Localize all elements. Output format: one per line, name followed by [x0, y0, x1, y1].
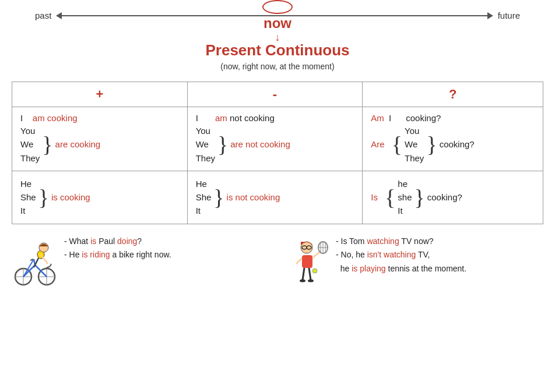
tom-question: - Is Tom watching TV now? [336, 235, 466, 249]
tom-a-is-playing: is playing [352, 264, 385, 273]
svg-point-24 [300, 279, 305, 282]
q1-bracket-group: Are { You We They } cooking? [371, 124, 535, 165]
q1-bracket-aux: Are [371, 139, 384, 149]
paul-character [12, 235, 58, 281]
neg1-word-we: We [196, 137, 215, 151]
q1-pronoun: I [389, 113, 391, 123]
tom-character [283, 235, 330, 281]
now-label: now [264, 16, 291, 30]
q2-bracket-verb: cooking? [427, 192, 462, 202]
pos1-action: cooking [47, 113, 78, 123]
svg-line-22 [303, 268, 304, 280]
neg1-action: cooking [244, 113, 275, 123]
q1-word-you: You [405, 124, 424, 137]
tom-text: - Is Tom watching TV now? - No, he isn't… [336, 235, 466, 276]
svg-rect-17 [302, 255, 312, 268]
svg-line-11 [50, 264, 51, 266]
timeline-row: past future now ↓ [35, 10, 520, 20]
down-arrow-icon: ↓ [275, 31, 280, 44]
pos2-word-it: It [20, 204, 36, 217]
title: Present Continuous [205, 41, 349, 59]
neg1-bracket-group: You We They } are not cooking [196, 124, 354, 165]
past-label: past [35, 10, 51, 20]
bottom-left: - What is Paul doing? - He is riding a b… [12, 235, 272, 281]
neg1-bracket-words: You We They [196, 124, 215, 165]
neg2-word-he: He [196, 177, 212, 190]
q2-brace-right: } [415, 186, 425, 209]
paul-a-riding: riding [90, 250, 110, 259]
pos1-pronoun: I [20, 113, 33, 123]
now-oval [262, 0, 293, 14]
future-label: future [498, 10, 520, 20]
header-question: ? [363, 82, 543, 107]
pos1-bracket-verb: are cooking [55, 139, 101, 149]
table-row-1: I am cooking You We They } are cooking [12, 107, 543, 171]
table-header-row: + - ? [12, 82, 543, 107]
pos1-word-you: You [20, 124, 40, 137]
paul-question: - What is Paul doing? [64, 235, 171, 249]
paul-q-is: is [90, 236, 96, 246]
paul-answer: - He is riding a bike right now. [64, 248, 171, 262]
q2-bracket-aux: Is [371, 192, 378, 202]
neg1-pronoun: I [196, 113, 215, 123]
bottom-right: - Is Tom watching TV now? - No, he isn't… [283, 235, 543, 281]
svg-line-7 [35, 265, 47, 277]
paul-a-is: is [82, 250, 87, 259]
q2-word-he: he [398, 177, 412, 190]
neg1-word-you: You [196, 124, 215, 137]
neg2-bracket-words: He She It [196, 177, 212, 218]
svg-line-33 [296, 258, 302, 264]
q1-line1: Am I cooking? [371, 113, 535, 123]
neg2-bracket-verb: is not cooking [227, 192, 280, 202]
q2-word-she: she [398, 190, 412, 204]
tom-q-watching: watching [367, 236, 399, 246]
q1-aux: Am [371, 113, 384, 123]
positive-1-bracket-group: You We They } are cooking [20, 124, 179, 165]
q2-bracket-words: he she It [398, 177, 412, 218]
q1-action: cooking? [406, 113, 441, 123]
subtitle: (now, right now, at the moment) [220, 62, 334, 71]
neg2-word-she: She [196, 190, 212, 204]
pos1-word-we: We [20, 137, 40, 151]
q1-brace-left: { [392, 133, 402, 156]
header-positive: + [12, 82, 188, 107]
pos1-verb: am [33, 113, 45, 123]
neg1-bracket-verb: are not cooking [230, 139, 290, 149]
cell-positive-1: I am cooking You We They } are cooking [12, 107, 188, 171]
pos2-bracket-verb: is cooking [51, 192, 90, 202]
q1-word-we: We [405, 137, 424, 151]
neg2-word-it: It [196, 204, 212, 217]
pos1-brace: } [42, 133, 52, 156]
cell-question-2: Is { he she It } cooking? [363, 171, 543, 224]
neg1-line1: I am not cooking [196, 113, 354, 123]
q1-bracket-words: You We They [405, 124, 424, 165]
q1-brace-right: } [426, 133, 437, 156]
pos1-word-they: They [20, 151, 40, 165]
q1-word-they: They [405, 151, 424, 165]
right-arrow-icon [487, 12, 493, 19]
q2-word-it: It [398, 204, 412, 217]
q1-bracket-verb: cooking? [440, 139, 475, 149]
timeline-section: past future now ↓ Present Continuous (no… [0, 0, 555, 82]
neg2-bracket-group: He She It } is not cooking [196, 177, 354, 218]
tom-a-isnt: isn't watching [367, 250, 416, 259]
header-negative: - [187, 82, 363, 107]
cell-question-1: Am I cooking? Are { You We They } cookin… [363, 107, 543, 171]
tennis-svg [283, 235, 330, 287]
pos1-bracket-words: You We They [20, 124, 40, 165]
cyclist-svg [12, 235, 58, 287]
cell-positive-2: He She It } is cooking [12, 171, 188, 224]
neg1-not: not [230, 113, 242, 123]
pos2-brace: } [38, 186, 49, 209]
neg1-word-they: They [196, 151, 215, 165]
pos2-bracket-group: He She It } is cooking [20, 177, 179, 218]
q2-brace-left: { [385, 186, 395, 209]
svg-point-32 [312, 269, 317, 273]
cell-negative-2: He She It } is not cooking [187, 171, 363, 224]
pos2-word-he: He [20, 177, 36, 190]
bottom-section: - What is Paul doing? - He is riding a b… [0, 224, 555, 287]
pos2-bracket-words: He She It [20, 177, 36, 218]
svg-point-25 [308, 279, 314, 282]
neg2-brace: } [213, 186, 224, 209]
tom-answer1: - No, he isn't watching TV, [336, 248, 466, 262]
